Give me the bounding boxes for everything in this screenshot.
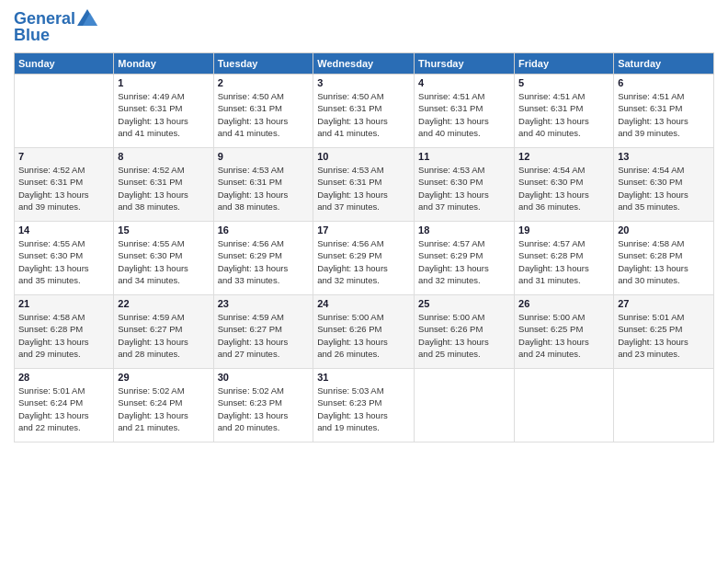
day-number: 8: [118, 151, 209, 162]
calendar-cell: 1Sunrise: 4:49 AM Sunset: 6:31 PM Daylig…: [114, 75, 213, 148]
day-info: Sunrise: 5:02 AM Sunset: 6:23 PM Dayligh…: [218, 385, 310, 433]
calendar-cell: 27Sunrise: 5:01 AM Sunset: 6:25 PM Dayli…: [614, 295, 714, 369]
calendar-cell: 25Sunrise: 5:00 AM Sunset: 6:26 PM Dayli…: [415, 295, 515, 369]
calendar-cell: 6Sunrise: 4:51 AM Sunset: 6:31 PM Daylig…: [614, 75, 714, 148]
day-info: Sunrise: 4:49 AM Sunset: 6:31 PM Dayligh…: [118, 90, 209, 139]
day-number: 14: [18, 224, 109, 236]
day-number: 16: [218, 224, 310, 236]
day-number: 1: [118, 77, 209, 88]
day-info: Sunrise: 4:59 AM Sunset: 6:27 PM Dayligh…: [118, 311, 209, 360]
day-number: 31: [317, 372, 410, 383]
calendar-cell: 18Sunrise: 4:57 AM Sunset: 6:29 PM Dayli…: [415, 222, 515, 295]
column-header-wednesday: Wednesday: [313, 53, 415, 75]
calendar-cell: 19Sunrise: 4:57 AM Sunset: 6:28 PM Dayli…: [515, 222, 614, 295]
day-number: 13: [618, 151, 710, 162]
calendar-cell: 21Sunrise: 4:58 AM Sunset: 6:28 PM Dayli…: [15, 295, 114, 369]
day-number: 25: [418, 298, 510, 309]
calendar-cell: 30Sunrise: 5:02 AM Sunset: 6:23 PM Dayli…: [213, 369, 313, 442]
day-number: 29: [118, 372, 209, 383]
calendar-cell: 3Sunrise: 4:50 AM Sunset: 6:31 PM Daylig…: [313, 75, 415, 148]
calendar-cell: 8Sunrise: 4:52 AM Sunset: 6:31 PM Daylig…: [114, 148, 213, 222]
day-number: 22: [118, 298, 209, 309]
calendar-cell: [15, 75, 114, 148]
calendar-cell: 2Sunrise: 4:50 AM Sunset: 6:31 PM Daylig…: [213, 75, 313, 148]
day-info: Sunrise: 4:55 AM Sunset: 6:30 PM Dayligh…: [18, 237, 109, 286]
day-number: 6: [618, 77, 710, 88]
calendar-cell: 12Sunrise: 4:54 AM Sunset: 6:30 PM Dayli…: [515, 148, 614, 222]
day-info: Sunrise: 4:52 AM Sunset: 6:31 PM Dayligh…: [118, 164, 209, 213]
calendar-cell: 13Sunrise: 4:54 AM Sunset: 6:30 PM Dayli…: [614, 148, 714, 222]
column-header-thursday: Thursday: [415, 53, 515, 75]
column-header-saturday: Saturday: [614, 53, 714, 75]
calendar-cell: 15Sunrise: 4:55 AM Sunset: 6:30 PM Dayli…: [114, 222, 213, 295]
day-number: 10: [317, 151, 410, 162]
day-info: Sunrise: 4:53 AM Sunset: 6:31 PM Dayligh…: [218, 164, 310, 213]
calendar-cell: 26Sunrise: 5:00 AM Sunset: 6:25 PM Dayli…: [515, 295, 614, 369]
calendar-cell: 4Sunrise: 4:51 AM Sunset: 6:31 PM Daylig…: [415, 75, 515, 148]
calendar-week-row: 14Sunrise: 4:55 AM Sunset: 6:30 PM Dayli…: [15, 222, 714, 295]
day-number: 23: [218, 298, 310, 309]
day-info: Sunrise: 5:02 AM Sunset: 6:24 PM Dayligh…: [118, 385, 209, 433]
day-number: 7: [18, 151, 109, 162]
calendar-week-row: 1Sunrise: 4:49 AM Sunset: 6:31 PM Daylig…: [15, 75, 714, 148]
day-info: Sunrise: 4:50 AM Sunset: 6:31 PM Dayligh…: [218, 90, 310, 139]
calendar-body: 1Sunrise: 4:49 AM Sunset: 6:31 PM Daylig…: [15, 75, 714, 442]
calendar-cell: 16Sunrise: 4:56 AM Sunset: 6:29 PM Dayli…: [213, 222, 313, 295]
logo: General Blue: [14, 9, 97, 45]
day-info: Sunrise: 4:54 AM Sunset: 6:30 PM Dayligh…: [618, 164, 710, 213]
day-number: 9: [218, 151, 310, 162]
calendar-week-row: 21Sunrise: 4:58 AM Sunset: 6:28 PM Dayli…: [15, 295, 714, 369]
day-number: 30: [218, 372, 310, 383]
calendar-cell: 22Sunrise: 4:59 AM Sunset: 6:27 PM Dayli…: [114, 295, 213, 369]
calendar-week-row: 28Sunrise: 5:01 AM Sunset: 6:24 PM Dayli…: [15, 369, 714, 442]
column-header-tuesday: Tuesday: [213, 53, 313, 75]
day-info: Sunrise: 4:57 AM Sunset: 6:28 PM Dayligh…: [518, 237, 609, 286]
calendar-cell: 11Sunrise: 4:53 AM Sunset: 6:30 PM Dayli…: [415, 148, 515, 222]
day-number: 28: [18, 372, 109, 383]
day-info: Sunrise: 5:01 AM Sunset: 6:24 PM Dayligh…: [18, 385, 109, 433]
day-info: Sunrise: 5:00 AM Sunset: 6:25 PM Dayligh…: [518, 311, 609, 360]
calendar-cell: [415, 369, 515, 442]
day-number: 21: [18, 298, 109, 309]
header: General Blue: [14, 9, 714, 45]
day-info: Sunrise: 4:51 AM Sunset: 6:31 PM Dayligh…: [618, 90, 710, 139]
day-number: 27: [618, 298, 710, 309]
calendar-cell: 10Sunrise: 4:53 AM Sunset: 6:31 PM Dayli…: [313, 148, 415, 222]
calendar-cell: 7Sunrise: 4:52 AM Sunset: 6:31 PM Daylig…: [15, 148, 114, 222]
day-info: Sunrise: 4:50 AM Sunset: 6:31 PM Dayligh…: [317, 90, 410, 139]
day-number: 17: [317, 224, 410, 236]
calendar-cell: 24Sunrise: 5:00 AM Sunset: 6:26 PM Dayli…: [313, 295, 415, 369]
day-number: 5: [518, 77, 609, 88]
day-number: 26: [518, 298, 609, 309]
day-number: 4: [418, 77, 510, 88]
calendar-cell: 31Sunrise: 5:03 AM Sunset: 6:23 PM Dayli…: [313, 369, 415, 442]
day-info: Sunrise: 5:00 AM Sunset: 6:26 PM Dayligh…: [317, 311, 410, 360]
calendar-header-row: SundayMondayTuesdayWednesdayThursdayFrid…: [15, 53, 714, 75]
calendar-cell: 5Sunrise: 4:51 AM Sunset: 6:31 PM Daylig…: [515, 75, 614, 148]
day-info: Sunrise: 4:56 AM Sunset: 6:29 PM Dayligh…: [218, 237, 310, 286]
day-info: Sunrise: 4:58 AM Sunset: 6:28 PM Dayligh…: [618, 237, 710, 286]
day-info: Sunrise: 4:54 AM Sunset: 6:30 PM Dayligh…: [518, 164, 609, 213]
calendar-cell: 17Sunrise: 4:56 AM Sunset: 6:29 PM Dayli…: [313, 222, 415, 295]
day-number: 18: [418, 224, 510, 236]
calendar-cell: 23Sunrise: 4:59 AM Sunset: 6:27 PM Dayli…: [213, 295, 313, 369]
day-number: 11: [418, 151, 510, 162]
day-info: Sunrise: 5:01 AM Sunset: 6:25 PM Dayligh…: [618, 311, 710, 360]
logo-icon: [77, 9, 97, 26]
calendar-cell: [614, 369, 714, 442]
column-header-sunday: Sunday: [15, 53, 114, 75]
day-info: Sunrise: 4:55 AM Sunset: 6:30 PM Dayligh…: [118, 237, 209, 286]
day-number: 20: [618, 224, 710, 236]
day-info: Sunrise: 4:58 AM Sunset: 6:28 PM Dayligh…: [18, 311, 109, 360]
column-header-monday: Monday: [114, 53, 213, 75]
column-header-friday: Friday: [515, 53, 614, 75]
calendar-cell: 14Sunrise: 4:55 AM Sunset: 6:30 PM Dayli…: [15, 222, 114, 295]
day-number: 2: [218, 77, 310, 88]
day-info: Sunrise: 4:57 AM Sunset: 6:29 PM Dayligh…: [418, 237, 510, 286]
day-info: Sunrise: 5:00 AM Sunset: 6:26 PM Dayligh…: [418, 311, 510, 360]
day-number: 15: [118, 224, 209, 236]
day-info: Sunrise: 4:51 AM Sunset: 6:31 PM Dayligh…: [418, 90, 510, 139]
day-number: 24: [317, 298, 410, 309]
day-info: Sunrise: 4:51 AM Sunset: 6:31 PM Dayligh…: [518, 90, 609, 139]
calendar-cell: 28Sunrise: 5:01 AM Sunset: 6:24 PM Dayli…: [15, 369, 114, 442]
